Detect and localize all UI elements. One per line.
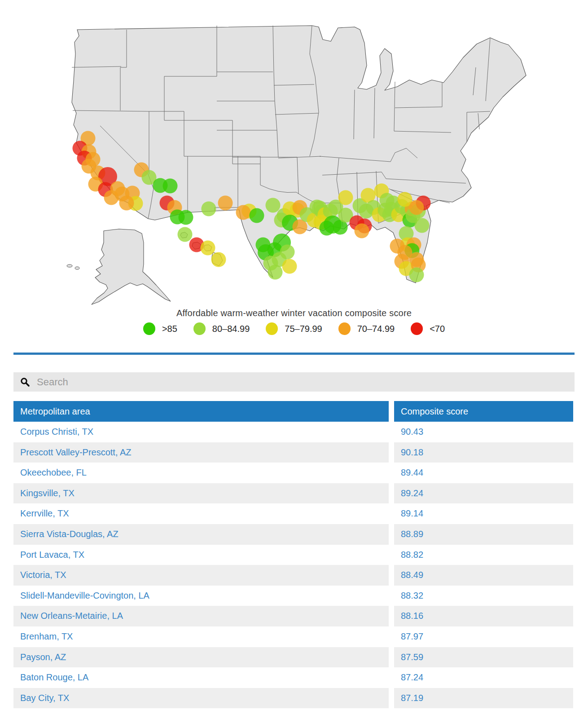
legend-title: Affordable warm-weather winter vacation … bbox=[0, 308, 588, 318]
section-divider bbox=[13, 353, 575, 355]
map-dot[interactable] bbox=[282, 259, 297, 274]
legend-label: >85 bbox=[162, 324, 177, 334]
legend-swatch-icon bbox=[338, 322, 351, 335]
table-row: Prescott Valley-Prescott, AZ90.18 bbox=[13, 442, 575, 463]
metro-area-cell: Bay City, TX bbox=[13, 688, 389, 709]
table-row: Kingsville, TX89.24 bbox=[13, 483, 575, 504]
map-dot[interactable] bbox=[236, 205, 251, 220]
map-dot[interactable] bbox=[409, 268, 424, 282]
map-dot[interactable] bbox=[163, 179, 178, 194]
map-dot[interactable] bbox=[415, 218, 430, 233]
score-cell: 89.44 bbox=[394, 463, 573, 483]
map-dot[interactable] bbox=[355, 224, 369, 238]
metro-area-cell: Baton Rouge, LA bbox=[13, 667, 389, 688]
legend-row: >8580–84.9975–79.9970–74.99<70 bbox=[0, 322, 588, 335]
map-dot[interactable] bbox=[201, 241, 215, 256]
score-cell: 88.49 bbox=[394, 565, 573, 586]
legend-swatch-icon bbox=[411, 322, 423, 335]
metro-area-cell: Okeechobee, FL bbox=[13, 463, 389, 483]
legend-swatch-icon bbox=[143, 322, 155, 335]
table-row: Payson, AZ87.59 bbox=[13, 647, 575, 668]
metro-area-cell: Victoria, TX bbox=[13, 565, 389, 586]
map-dot[interactable] bbox=[218, 196, 233, 211]
map-dot[interactable] bbox=[266, 198, 281, 213]
table-row: New Orleans-Metairie, LA88.16 bbox=[13, 606, 575, 626]
table-row: Kerrville, TX89.14 bbox=[13, 503, 575, 524]
table-row: Sierra Vista-Douglas, AZ88.89 bbox=[13, 524, 575, 545]
score-cell: 87.19 bbox=[394, 688, 573, 709]
legend-label: 80–84.99 bbox=[212, 324, 250, 334]
metro-area-cell: Sierra Vista-Douglas, AZ bbox=[13, 524, 389, 545]
metro-area-cell: Slidell-Mandeville-Covington, LA bbox=[13, 586, 389, 606]
legend-item-0: >85 bbox=[143, 322, 177, 335]
legend-item-1: 80–84.99 bbox=[193, 322, 250, 335]
score-cell: 88.82 bbox=[394, 545, 573, 565]
map-dot[interactable] bbox=[119, 196, 134, 211]
score-cell: 89.24 bbox=[394, 483, 573, 504]
search-icon bbox=[20, 377, 30, 387]
table-row: Victoria, TX88.49 bbox=[13, 565, 575, 586]
map-dot[interactable] bbox=[280, 245, 295, 260]
legend-label: <70 bbox=[430, 324, 445, 334]
header-metropolitan-area[interactable]: Metropolitan area bbox=[13, 401, 389, 422]
map-dot[interactable] bbox=[250, 208, 264, 223]
score-cell: 90.43 bbox=[394, 422, 573, 442]
alaska-outline bbox=[92, 229, 171, 304]
map-dot[interactable] bbox=[211, 252, 226, 267]
alaska-island bbox=[75, 267, 79, 269]
legend-label: 70–74.99 bbox=[357, 324, 395, 334]
legend-item-2: 75–79.99 bbox=[266, 322, 322, 335]
score-cell: 87.24 bbox=[394, 667, 573, 688]
table-body: Corpus Christi, TX90.43Prescott Valley-P… bbox=[13, 422, 575, 708]
table-header-row: Metropolitan area Composite score bbox=[13, 401, 575, 422]
metro-area-cell: Prescott Valley-Prescott, AZ bbox=[13, 442, 389, 463]
search-bar[interactable] bbox=[13, 372, 575, 392]
metro-area-cell: Corpus Christi, TX bbox=[13, 422, 389, 442]
score-cell: 88.89 bbox=[394, 524, 573, 545]
score-cell: 89.14 bbox=[394, 503, 573, 524]
map-dot[interactable] bbox=[202, 202, 216, 216]
map-legend: Affordable warm-weather winter vacation … bbox=[0, 308, 588, 335]
score-cell: 87.59 bbox=[394, 647, 573, 668]
map-dot[interactable] bbox=[268, 265, 283, 280]
table-row: Baton Rouge, LA87.24 bbox=[13, 667, 575, 688]
table-row: Port Lavaca, TX88.82 bbox=[13, 545, 575, 565]
map-dot[interactable] bbox=[338, 190, 353, 205]
metro-area-cell: New Orleans-Metairie, LA bbox=[13, 606, 389, 626]
map-dot[interactable] bbox=[179, 210, 193, 225]
legend-item-3: 70–74.99 bbox=[338, 322, 395, 335]
metro-area-cell: Kingsville, TX bbox=[13, 483, 389, 504]
score-cell: 90.18 bbox=[394, 442, 573, 463]
alaska-island bbox=[67, 265, 72, 267]
table-row: Slidell-Mandeville-Covington, LA88.32 bbox=[13, 586, 575, 606]
vacation-score-map-figure: Affordable warm-weather winter vacation … bbox=[0, 0, 588, 335]
table-row: Okeechobee, FL89.44 bbox=[13, 463, 575, 483]
table-row: Bay City, TX87.19 bbox=[13, 688, 575, 709]
header-composite-score[interactable]: Composite score bbox=[394, 401, 573, 422]
table-row: Corpus Christi, TX90.43 bbox=[13, 422, 575, 442]
legend-swatch-icon bbox=[193, 322, 206, 335]
table-row: Brenham, TX87.97 bbox=[13, 626, 575, 647]
metro-area-cell: Port Lavaca, TX bbox=[13, 545, 389, 565]
score-cell: 87.97 bbox=[394, 626, 573, 647]
score-cell: 88.16 bbox=[394, 606, 573, 626]
legend-label: 75–79.99 bbox=[285, 324, 322, 334]
search-input[interactable] bbox=[36, 376, 575, 388]
legend-swatch-icon bbox=[266, 322, 278, 335]
metro-area-cell: Brenham, TX bbox=[13, 626, 389, 647]
score-cell: 88.32 bbox=[394, 586, 573, 606]
map-dot[interactable] bbox=[409, 200, 424, 215]
us-map bbox=[0, 0, 588, 308]
score-table: Metropolitan area Composite score Corpus… bbox=[13, 401, 575, 708]
map-dot[interactable] bbox=[178, 227, 193, 242]
metro-area-cell: Kerrville, TX bbox=[13, 503, 389, 524]
legend-item-4: <70 bbox=[411, 322, 445, 335]
metro-area-cell: Payson, AZ bbox=[13, 647, 389, 668]
